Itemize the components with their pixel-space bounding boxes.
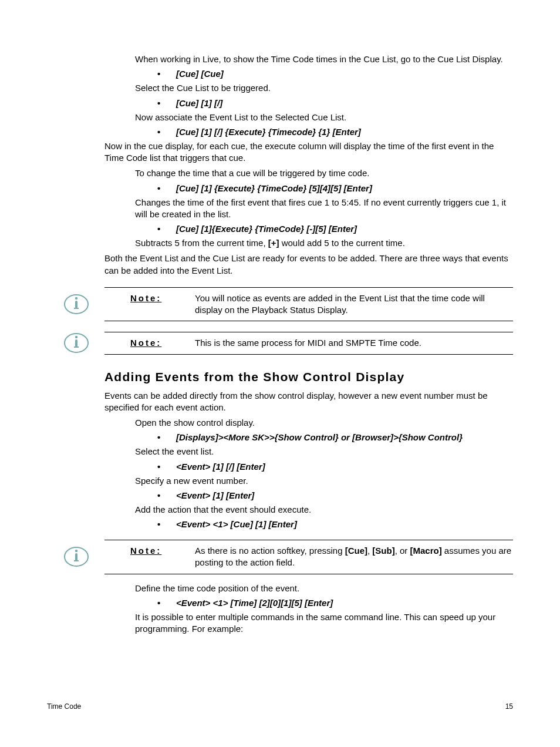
text-segment: would add 5 to the current time. bbox=[279, 238, 405, 248]
paragraph: Define the time code position of the eve… bbox=[135, 583, 513, 594]
paragraph: When working in Live, to show the Time C… bbox=[135, 53, 513, 65]
paragraph: To change the time that a cue will be tr… bbox=[135, 167, 513, 179]
info-icon bbox=[63, 294, 89, 315]
command-text: [Cue] [Cue] bbox=[176, 69, 224, 79]
paragraph: Select the Cue List to be triggered. bbox=[135, 82, 513, 94]
paragraph: Changes the time of the first event that… bbox=[135, 197, 513, 221]
command-text: <Event> [1] [Enter] bbox=[176, 490, 254, 500]
paragraph: Now associate the Event List to the Sele… bbox=[135, 112, 513, 123]
key-label: [Macro] bbox=[410, 546, 442, 556]
command-text: <Event> <1> [Cue] [1] [Enter] bbox=[176, 519, 297, 529]
note-text: This is the same process for MIDI and SM… bbox=[195, 337, 513, 349]
page-footer: Time Code 15 bbox=[47, 702, 513, 711]
key-label: [Cue] bbox=[345, 546, 367, 556]
note-text: You will notice as events are added in t… bbox=[195, 292, 513, 317]
text-segment: Subtracts 5 from the current time, bbox=[135, 238, 268, 248]
paragraph: Events can be added directly from the sh… bbox=[104, 390, 513, 414]
note-block: Note: This is the same process for MIDI … bbox=[104, 332, 513, 354]
info-icon bbox=[63, 332, 89, 354]
paragraph: Specify a new event number. bbox=[135, 475, 513, 487]
footer-section-title: Time Code bbox=[47, 702, 81, 711]
note-label: Note: bbox=[130, 337, 177, 348]
note-block: Note: You will notice as events are adde… bbox=[104, 287, 513, 322]
paragraph: Now in the cue display, for each cue, th… bbox=[104, 140, 513, 164]
text-segment: , or bbox=[395, 546, 410, 556]
paragraph: Add the action that the event should exe… bbox=[135, 504, 513, 516]
info-icon bbox=[63, 546, 89, 567]
page-body: When working in Live, to show the Time C… bbox=[104, 53, 513, 635]
command-text: [Cue] [1] [/] bbox=[176, 98, 222, 108]
command-text: [Cue] [1] [/] {Execute} {Timecode} {1} [… bbox=[176, 127, 361, 137]
paragraph: Open the show control display. bbox=[135, 417, 513, 429]
note-block: Note: As there is no action softkey, pre… bbox=[104, 540, 513, 574]
note-label: Note: bbox=[130, 292, 177, 303]
note-label: Note: bbox=[130, 545, 177, 556]
key-label: [+] bbox=[268, 238, 279, 248]
page-number: 15 bbox=[505, 702, 513, 711]
command-text: [Cue] [1]{Execute} {TimeCode} [-][5] [En… bbox=[176, 224, 357, 234]
paragraph: It is possible to enter multiple command… bbox=[135, 611, 513, 635]
paragraph: Both the Event List and the Cue List are… bbox=[104, 253, 513, 277]
note-text: As there is no action softkey, pressing … bbox=[195, 545, 513, 569]
command-text: [Displays]><More SK>>{Show Control} or [… bbox=[176, 432, 463, 442]
key-label: [Sub] bbox=[372, 546, 394, 556]
paragraph: Subtracts 5 from the current time, [+] w… bbox=[135, 237, 513, 249]
text-segment: As there is no action softkey, pressing bbox=[195, 546, 345, 556]
command-text: [Cue] [1] {Execute} {TimeCode} [5][4][5]… bbox=[176, 183, 372, 193]
paragraph: Select the event list. bbox=[135, 446, 513, 457]
command-text: <Event> <1> [Time] [2][0][1][5] [Enter] bbox=[176, 598, 333, 608]
command-text: <Event> [1] [/] [Enter] bbox=[176, 462, 265, 472]
section-heading: Adding Events from the Show Control Disp… bbox=[104, 370, 513, 384]
